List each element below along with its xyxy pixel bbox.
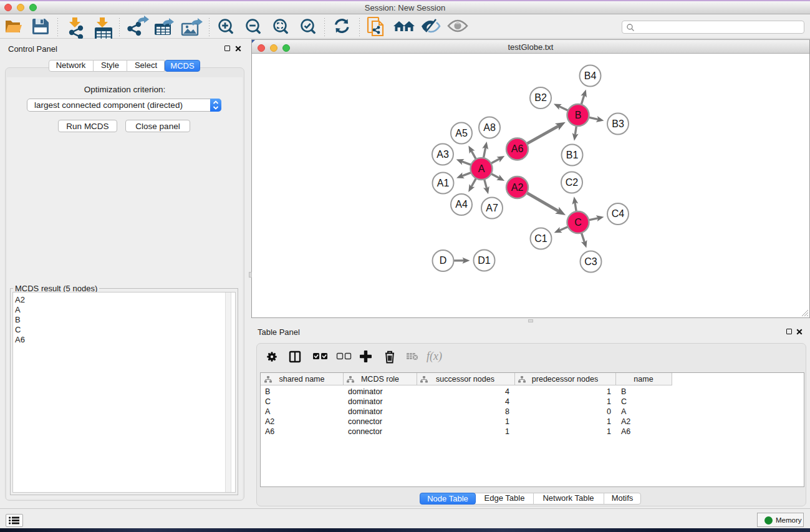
svg-text:A8: A8 xyxy=(483,122,496,133)
svg-text:f(x): f(x) xyxy=(427,350,442,363)
svg-text:C2: C2 xyxy=(566,177,579,188)
svg-text:B1: B1 xyxy=(566,150,579,160)
svg-text:B2: B2 xyxy=(534,92,547,103)
svg-text:D1: D1 xyxy=(478,255,491,266)
svg-text:B3: B3 xyxy=(612,118,624,129)
svg-text:B: B xyxy=(575,110,582,120)
svg-text:A3: A3 xyxy=(436,149,449,160)
svg-text:A1: A1 xyxy=(437,178,450,188)
svg-text:A: A xyxy=(478,163,485,174)
svg-text:A7: A7 xyxy=(486,203,498,213)
svg-text:A6: A6 xyxy=(511,143,524,154)
svg-text:C4: C4 xyxy=(612,208,625,219)
svg-text:B4: B4 xyxy=(584,70,597,81)
svg-text:A5: A5 xyxy=(455,128,468,138)
svg-text:C1: C1 xyxy=(534,233,547,244)
svg-text:A4: A4 xyxy=(455,199,468,210)
svg-text:C: C xyxy=(574,217,582,228)
svg-text:D: D xyxy=(440,255,447,266)
svg-text:A2: A2 xyxy=(511,182,524,193)
svg-text:C3: C3 xyxy=(584,256,597,267)
